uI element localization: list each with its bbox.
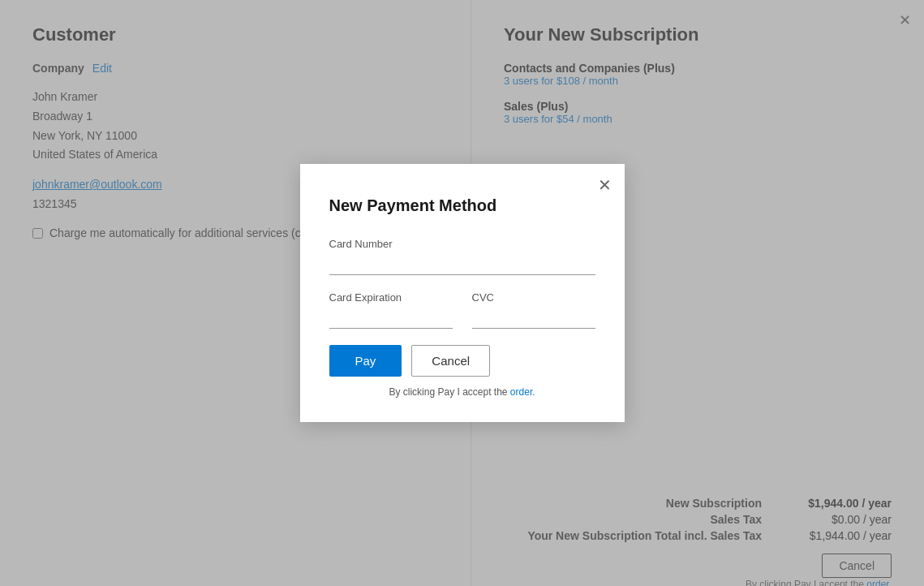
modal-title: New Payment Method [329,196,595,215]
expiration-group: Card Expiration [329,291,453,329]
card-number-input[interactable] [329,255,595,275]
page-container: Customer Company Edit John Kramer Broadw… [0,0,924,586]
modal-order-link[interactable]: order. [510,386,535,398]
modal-actions: Pay Cancel [329,345,595,377]
modal-footer: By clicking Pay I accept the order. [329,386,595,398]
cvc-label: CVC [472,291,595,304]
expiration-input[interactable] [329,308,453,329]
cvc-input[interactable] [472,308,595,329]
modal-cancel-button[interactable]: Cancel [411,345,490,377]
card-number-label: Card Number [329,238,595,250]
expiration-label: Card Expiration [329,291,453,304]
modal-close-button[interactable]: ✕ [598,177,612,193]
card-number-group: Card Number [329,238,595,275]
modal-pay-button[interactable]: Pay [329,345,402,377]
payment-modal: ✕ New Payment Method Card Number Card Ex… [300,164,625,422]
cvc-group: CVC [472,291,595,329]
modal-footer-prefix: By clicking Pay I accept the [389,386,507,398]
expiration-cvc-row: Card Expiration CVC [329,291,595,329]
